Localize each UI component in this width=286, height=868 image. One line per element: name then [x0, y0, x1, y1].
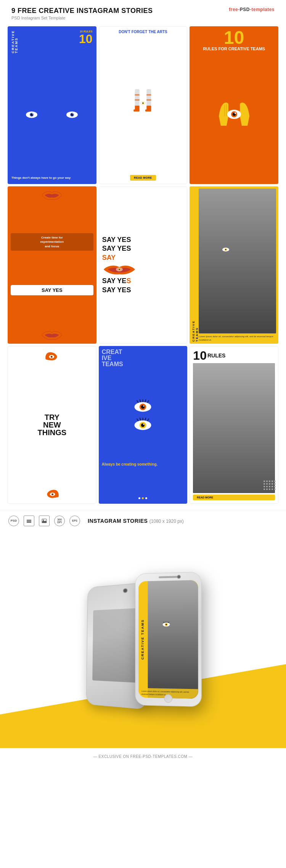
card1-eyes — [11, 109, 93, 121]
card9-ten-rules: 10 RULES — [193, 349, 275, 362]
card6-portrait: Lorem ipsum dolor sit, consectetur adipi… — [199, 189, 276, 342]
eye-icon-right — [66, 111, 78, 119]
spec-psd: PSD — [8, 516, 19, 526]
card2-legs — [132, 34, 154, 175]
specs-title: INSTAGRAM STORIES — [88, 518, 148, 524]
phone-home-button — [164, 694, 172, 703]
phone-notch — [158, 576, 177, 578]
card3-title: RULES FOR CREATIVE TEAMS — [203, 46, 265, 51]
phone-camera — [177, 575, 180, 578]
card8-eye-mid — [132, 416, 153, 431]
hand-bottom-icon — [43, 487, 61, 500]
svg-line-46 — [140, 399, 141, 402]
card4-lips-bottom — [11, 329, 93, 341]
svg-point-44 — [143, 405, 145, 407]
card8-eyes-area — [102, 398, 185, 431]
footer-text: — EXCLUSIVE ON FREE-PSD-TEMPLATES.COM — — [93, 754, 193, 759]
card8-title-bg: CREATIVETEAMS — [102, 349, 185, 367]
screen-portrait — [148, 580, 198, 699]
card6-vert-label: CREATIVETEAMS — [192, 189, 199, 342]
lips-top-icon — [40, 189, 63, 201]
hands-eye-illustration — [217, 97, 251, 135]
specs-bar: PSD 300DPI EPS INSTAGRAM STORIES (1080 x… — [0, 510, 286, 532]
story-card-2[interactable]: DON'T FORGET THE ARTS — [99, 26, 188, 184]
svg-point-32 — [225, 249, 227, 250]
mockup-section: CREATIVE TEAMS — [0, 535, 286, 748]
svg-rect-60 — [27, 521, 31, 522]
svg-rect-13 — [145, 110, 151, 112]
card3-inner: 10 RULES FOR CREATIVE TEAMS — [193, 29, 275, 181]
card1-rules: 10 RULES 10 — [79, 30, 93, 45]
svg-rect-61 — [27, 522, 31, 523]
phone-screen: CREATIVE TEAMS — [138, 580, 198, 699]
svg-point-26 — [235, 112, 236, 114]
story-card-9[interactable]: 10 RULES READ MORE — [190, 346, 278, 504]
phones-container: CREATIVE TEAMS — [77, 561, 209, 721]
card4-create-text: Create time forexperimentationand focus — [11, 233, 93, 251]
svg-point-53 — [143, 424, 145, 425]
svg-point-20 — [143, 103, 144, 104]
svg-point-3 — [32, 114, 33, 114]
svg-rect-17 — [146, 99, 151, 101]
svg-rect-59 — [27, 520, 31, 520]
card8-dots — [102, 497, 185, 501]
card9-portrait — [193, 363, 275, 493]
phone-screen-content: CREATIVE TEAMS — [138, 580, 198, 699]
svg-rect-16 — [146, 94, 151, 96]
card8-always-text: Always be creating something. — [102, 462, 185, 467]
svg-line-48 — [145, 399, 146, 402]
svg-rect-11 — [146, 89, 151, 107]
svg-line-57 — [145, 418, 146, 420]
svg-line-70 — [167, 622, 167, 623]
story-card-8[interactable]: CREATIVETEAMS — [99, 346, 188, 504]
phone-front: CREATIVE TEAMS — [135, 572, 201, 707]
spec-image — [39, 516, 50, 526]
story-card-6[interactable]: CREATIVETEAMS Lorem ipsum dolor sit, — [190, 186, 278, 344]
svg-point-29 — [119, 269, 120, 270]
stories-grid: CREATIVETEAMS 10 RULES 10 Things don't a… — [0, 23, 286, 507]
story-card-1[interactable]: CREATIVETEAMS 10 RULES 10 Things don't a… — [8, 26, 96, 184]
card8-eye-top — [132, 398, 153, 413]
hand-top-icon — [43, 349, 61, 363]
page-subtitle: PSD Instagram Set Template — [11, 16, 153, 20]
card2-title: DON'T FORGET THE ARTS — [119, 30, 167, 34]
card9-read-more[interactable]: READ MORE — [193, 495, 275, 500]
card7-try-text: TRYNEWTHINGS — [11, 413, 93, 436]
card1-big-num: 10 — [79, 33, 93, 45]
card2-read-more[interactable]: READ MORE — [130, 175, 156, 181]
card3-big-num: 10 — [224, 29, 244, 46]
brand-psd: PSD — [240, 7, 250, 12]
card6-portrait-img — [199, 189, 276, 334]
card6-lorem: Lorem ipsum dolor sit, consectetur adipi… — [199, 335, 276, 341]
card5-say-line4: SAY YE — [102, 277, 127, 285]
svg-rect-14 — [135, 94, 140, 96]
story-card-3[interactable]: 10 RULES FOR CREATIVE TEAMS — [190, 26, 278, 184]
card9-ten: 10 — [193, 349, 207, 362]
card5-red-text: SAY — [102, 254, 116, 261]
legs-illustration — [132, 89, 154, 120]
eye-icon-left — [26, 111, 38, 119]
card1-vert-label: CREATIVETEAMS — [11, 30, 18, 53]
card5-say-yes-text: SAY YES SAY YES SAY SAY YES SAY YES — [102, 235, 184, 295]
story-card-4[interactable]: Create time forexperimentationand focus … — [8, 186, 96, 344]
card1-bottom-text: Things don't always have to go your way — [11, 176, 93, 180]
svg-line-49 — [148, 400, 149, 403]
svg-rect-8 — [135, 89, 140, 107]
dot-1 — [138, 497, 140, 499]
story-card-5[interactable]: SAY YES SAY YES SAY SAY YES SAY YES — [99, 186, 188, 344]
svg-line-55 — [140, 418, 141, 420]
svg-rect-15 — [135, 99, 140, 101]
screen-ct-label: CREATIVE TEAMS — [141, 619, 145, 660]
story-card-7[interactable]: TRYNEWTHINGS — [8, 346, 96, 504]
svg-line-58 — [148, 419, 149, 421]
svg-line-71 — [168, 622, 169, 623]
card4-say-yes: SAY YES — [11, 285, 93, 295]
card5-lips — [102, 264, 137, 275]
card7-hand-top — [11, 349, 93, 363]
page-title: 9 FREE CREATIVE INSTAGRAM STORIES — [11, 7, 153, 15]
page-footer: — EXCLUSIVE ON FREE-PSD-TEMPLATES.COM — — [0, 748, 286, 766]
brand-logo: free-PSD-templates — [229, 7, 275, 12]
svg-point-7 — [73, 114, 74, 114]
card1-top: CREATIVETEAMS 10 RULES 10 — [11, 30, 93, 53]
spec-layers — [24, 516, 34, 526]
